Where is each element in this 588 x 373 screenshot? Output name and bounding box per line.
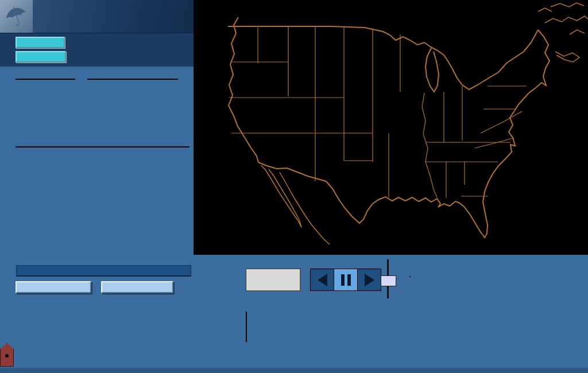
- us-state-borders: [194, 0, 588, 255]
- time-strip-history-bar[interactable]: [246, 312, 247, 328]
- umbrella-logo: ☂: [0, 0, 33, 33]
- step-back-button[interactable]: [311, 269, 334, 290]
- month-grid: [87, 79, 178, 80]
- end-time-marker[interactable]: [0, 343, 14, 367]
- us-precip-map[interactable]: [194, 0, 588, 255]
- zoom-out-x2-button[interactable]: [101, 281, 173, 293]
- status-bar: [16, 265, 191, 277]
- ping-project-app: ☂: [0, 0, 588, 373]
- header: ☂: [0, 0, 194, 33]
- forward-triangle-icon: [365, 274, 374, 286]
- zoom-out-full-button[interactable]: [16, 281, 91, 293]
- speed-slider-handle[interactable]: [381, 275, 396, 286]
- help-tutorial-button[interactable]: [16, 51, 66, 63]
- text-reports-button[interactable]: [16, 37, 65, 48]
- year-grid: [16, 79, 75, 80]
- footer-band: [0, 368, 588, 373]
- umbrella-icon: ☂: [1, 0, 32, 32]
- step-forward-button[interactable]: [358, 269, 381, 290]
- pause-icon: [341, 274, 351, 286]
- playback-controls: [310, 269, 381, 291]
- time-strip-hour-bar[interactable]: [246, 328, 247, 342]
- pause-button[interactable]: [334, 269, 357, 290]
- calendar-grid: [16, 146, 189, 147]
- back-triangle-icon: [318, 274, 327, 286]
- header-button-strip: [0, 33, 194, 67]
- duration-buttons: [409, 276, 411, 277]
- show-history-button[interactable]: [246, 269, 301, 292]
